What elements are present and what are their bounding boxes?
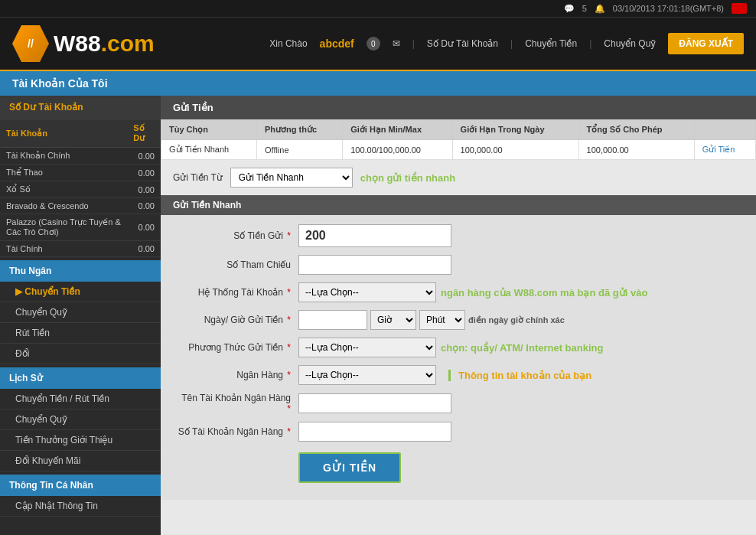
th-daily: Giới Hạn Trong Ngày bbox=[452, 120, 578, 140]
row-phuong-thuc: Phương Thức Gửi Tiền * --Lựa Chọn-- chọn… bbox=[176, 338, 741, 357]
sidebar-item-doi[interactable]: Đổi bbox=[0, 344, 161, 364]
form-section-header: Gửi Tiền Nhanh bbox=[161, 195, 756, 215]
hint-he-thong: ngân hàng của W88.com mà bạn đã gửi vào bbox=[441, 287, 647, 298]
label-he-thong: Hệ Thống Tài Khoản * bbox=[176, 287, 298, 298]
balance-row: Palazzo (Casino Trực Tuyến & Các Trò Chơ… bbox=[0, 214, 161, 241]
phut-select[interactable]: Phút bbox=[419, 310, 465, 330]
sidebar-item-history-bonus[interactable]: Tiền Thưởng Giới Thiệu bbox=[0, 430, 161, 451]
hint-tk-info: Thông tin tài khoản của bạn bbox=[458, 370, 591, 381]
datetime-group: Giờ Phút điền ngày giờ chính xác bbox=[298, 310, 565, 330]
required-mark7: * bbox=[287, 426, 291, 437]
account-balance: 0.00 bbox=[127, 181, 161, 198]
he-thong-group: --Lựa Chọn-- ngân hàng của W88.com mà bạ… bbox=[298, 282, 647, 302]
row-so-tham-chieu: Số Tham Chiếu bbox=[176, 255, 741, 275]
sidebar-item-rut-tien[interactable]: Rút Tiền bbox=[0, 323, 161, 344]
balance-row: Xổ Số0.00 bbox=[0, 181, 161, 198]
label-so-tham-chieu: Số Tham Chiếu bbox=[176, 259, 298, 270]
label-ngan-hang: Ngân Hàng * bbox=[176, 370, 298, 380]
transfer-options-table: Tùy Chọn Phương thức Giới Hạn Min/Max Gi… bbox=[161, 119, 756, 160]
chat-icon: 💬 bbox=[564, 4, 575, 14]
row-ngay-gio: Ngày/ Giờ Gửi Tiền * Giờ Phút điền ngày … bbox=[176, 310, 741, 330]
divider2: | bbox=[510, 38, 513, 49]
account-balance: 0.00 bbox=[127, 148, 161, 165]
greeting-text: Xin Chào bbox=[269, 38, 307, 49]
table-row: Gửi Tiền Nhanh Offline 100.00/100,000.00… bbox=[161, 140, 756, 160]
col-account: Tài Khoản bbox=[0, 119, 127, 148]
balance-link[interactable]: Số Dư Tài Khoản bbox=[427, 38, 498, 49]
row-he-thong: Hệ Thống Tài Khoản * --Lựa Chọn-- ngân h… bbox=[176, 282, 741, 302]
select-label: Gửi Tiền Từ bbox=[173, 172, 223, 183]
date-input[interactable] bbox=[298, 310, 367, 330]
mail-icon: ✉ bbox=[393, 38, 400, 49]
account-name: Palazzo (Casino Trực Tuyến & Các Trò Chơ… bbox=[0, 214, 127, 241]
so-tk-input[interactable] bbox=[298, 422, 451, 442]
main-layout: Số Dư Tài Khoản Tài Khoản Số Dư Tài Khoả… bbox=[0, 96, 756, 535]
hint-ngay-gio: điền ngày giờ chính xác bbox=[468, 315, 565, 325]
phuong-thuc-select[interactable]: --Lựa Chọn-- bbox=[298, 338, 436, 357]
he-thong-select[interactable]: --Lựa Chọn-- bbox=[298, 282, 436, 302]
ten-tk-input[interactable] bbox=[298, 393, 451, 413]
balance-row: Tài Chính0.00 bbox=[0, 241, 161, 257]
hint-phuong-thuc: chọn: quầy/ ATM/ Internet banking bbox=[441, 342, 603, 354]
logo-icon: // bbox=[12, 25, 49, 62]
main-section-header: Gửi Tiền bbox=[161, 96, 756, 119]
select-row: Gửi Tiền Từ Gửi Tiền Nhanh chọn gửi tiền… bbox=[161, 160, 756, 195]
cell-link[interactable]: Gửi Tiền bbox=[694, 140, 755, 160]
sidebar-item-chuyen-quy[interactable]: Chuyển Quỹ bbox=[0, 302, 161, 323]
account-balance: 0.00 bbox=[127, 198, 161, 214]
cell-method: Offline bbox=[256, 140, 342, 160]
row-ngan-hang: Ngân Hàng * --Lựa Chọn-- Thông tin tài k… bbox=[176, 365, 741, 385]
balance-row: Thể Thao0.00 bbox=[0, 165, 161, 181]
flag-icon bbox=[732, 3, 747, 14]
phuong-thuc-group: --Lựa Chọn-- chọn: quầy/ ATM/ Internet b… bbox=[298, 338, 603, 357]
sidebar-item-history-transfer[interactable]: Chuyển Tiền / Rút Tiền bbox=[0, 389, 161, 409]
so-tien-input[interactable] bbox=[298, 224, 451, 247]
fund-link[interactable]: Chuyển Quỹ bbox=[604, 38, 656, 49]
so-tham-chieu-input[interactable] bbox=[298, 255, 451, 275]
balance-row: Bravado & Crescendo0.00 bbox=[0, 198, 161, 214]
sidebar-item-history-fund[interactable]: Chuyển Quỹ bbox=[0, 409, 161, 430]
history-section-title: Lịch Sử bbox=[0, 367, 161, 389]
balance-section-title: Số Dư Tài Khoản bbox=[0, 96, 161, 119]
logout-button[interactable]: ĐĂNG XUẤT bbox=[668, 33, 744, 54]
bank-note: Thông tin tài khoản của bạn bbox=[448, 370, 591, 381]
sidebar-item-history-promo[interactable]: Đổi Khuyến Mãi bbox=[0, 451, 161, 471]
account-name: Tài Khoản Chính bbox=[0, 148, 127, 165]
transfer-from-select[interactable]: Gửi Tiền Nhanh bbox=[230, 168, 353, 188]
header: // W88.com Xin Chào abcdef 0 ✉ | Số Dư T… bbox=[0, 18, 756, 71]
account-name: Thể Thao bbox=[0, 165, 127, 181]
divider1: | bbox=[412, 38, 415, 49]
cell-minmax: 100.00/100,000.00 bbox=[343, 140, 452, 160]
notification-icon: 🔔 bbox=[595, 4, 605, 14]
col-balance: Số Dư bbox=[127, 119, 161, 148]
gui-tien-link[interactable]: Gửi Tiền bbox=[702, 145, 735, 154]
sidebar-item-chuyen-tien[interactable]: Chuyển Tiền bbox=[0, 282, 161, 302]
cell-option: Gửi Tiền Nhanh bbox=[161, 140, 257, 160]
row-so-tien: Số Tiền Gửi * bbox=[176, 224, 741, 247]
select-hint: chọn gửi tiền nhanh bbox=[360, 172, 455, 184]
label-ten-tk: Tên Tài Khoản Ngân Hàng * bbox=[176, 393, 298, 414]
account-name: Xổ Số bbox=[0, 181, 127, 198]
chat-count: 5 bbox=[582, 4, 587, 13]
ngan-hang-select[interactable]: --Lựa Chọn-- bbox=[298, 365, 436, 385]
balance-row: Tài Khoản Chính0.00 bbox=[0, 148, 161, 165]
label-so-tk: Số Tài Khoản Ngân Hàng * bbox=[176, 426, 298, 437]
account-balance: 0.00 bbox=[127, 241, 161, 257]
username: abcdef bbox=[320, 38, 354, 50]
th-minmax: Giới Hạn Min/Max bbox=[343, 120, 452, 140]
gio-select[interactable]: Giờ bbox=[370, 310, 416, 330]
header-right: Xin Chào abcdef 0 ✉ | Số Dư Tài Khoản | … bbox=[269, 33, 744, 54]
row-submit: GỬI TIỀN bbox=[176, 452, 741, 483]
label-phuong-thuc: Phương Thức Gửi Tiền * bbox=[176, 342, 298, 353]
top-bar: 💬 5 🔔 03/10/2013 17:01:18(GMT+8) bbox=[0, 0, 756, 18]
balance-table: Tài Khoản Số Dư Tài Khoản Chính0.00Thể T… bbox=[0, 119, 161, 257]
logo-text: W88.com bbox=[54, 31, 155, 57]
mail-badge: 0 bbox=[367, 37, 380, 51]
submit-button[interactable]: GỬI TIỀN bbox=[298, 452, 401, 483]
sidebar: Số Dư Tài Khoản Tài Khoản Số Dư Tài Khoả… bbox=[0, 96, 161, 535]
transfer-link[interactable]: Chuyển Tiền bbox=[525, 38, 577, 49]
sidebar-item-update-info[interactable]: Cập Nhật Thông Tin bbox=[0, 496, 161, 517]
logo-w88: W88 bbox=[54, 31, 101, 56]
required-mark3: * bbox=[287, 315, 291, 325]
logo-domain: .com bbox=[101, 31, 155, 56]
